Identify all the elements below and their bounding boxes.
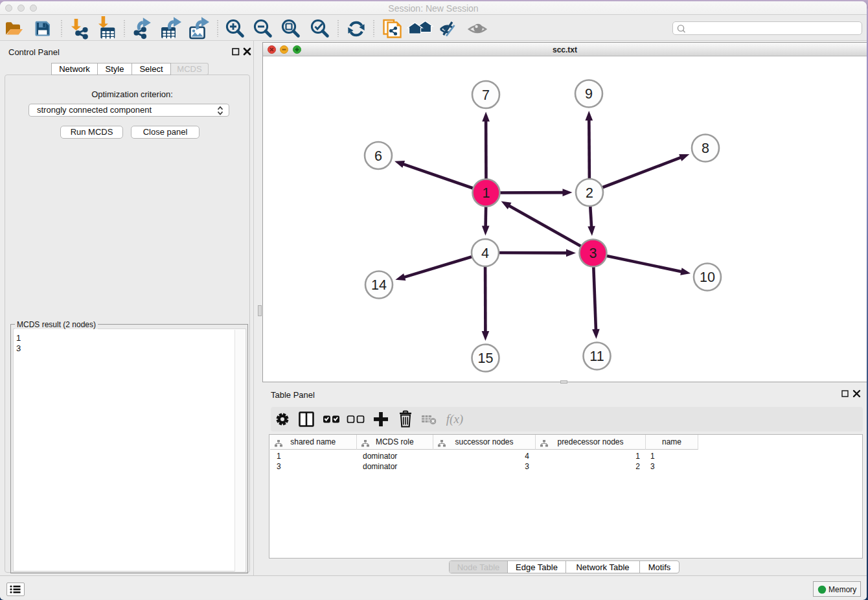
svg-text:14: 14 bbox=[371, 277, 387, 293]
svg-text:8: 8 bbox=[702, 141, 709, 156]
svg-text:9: 9 bbox=[585, 86, 593, 102]
svg-text:10: 10 bbox=[700, 270, 715, 285]
svg-text:2: 2 bbox=[586, 185, 593, 201]
svg-text:3: 3 bbox=[589, 246, 597, 261]
svg-text:15: 15 bbox=[478, 351, 494, 366]
svg-text:6: 6 bbox=[374, 148, 382, 164]
svg-text:1: 1 bbox=[483, 185, 490, 201]
svg-text:11: 11 bbox=[589, 349, 604, 364]
svg-text:7: 7 bbox=[482, 87, 490, 103]
svg-text:f(x): f(x) bbox=[446, 412, 463, 426]
svg-text:4: 4 bbox=[481, 246, 489, 261]
